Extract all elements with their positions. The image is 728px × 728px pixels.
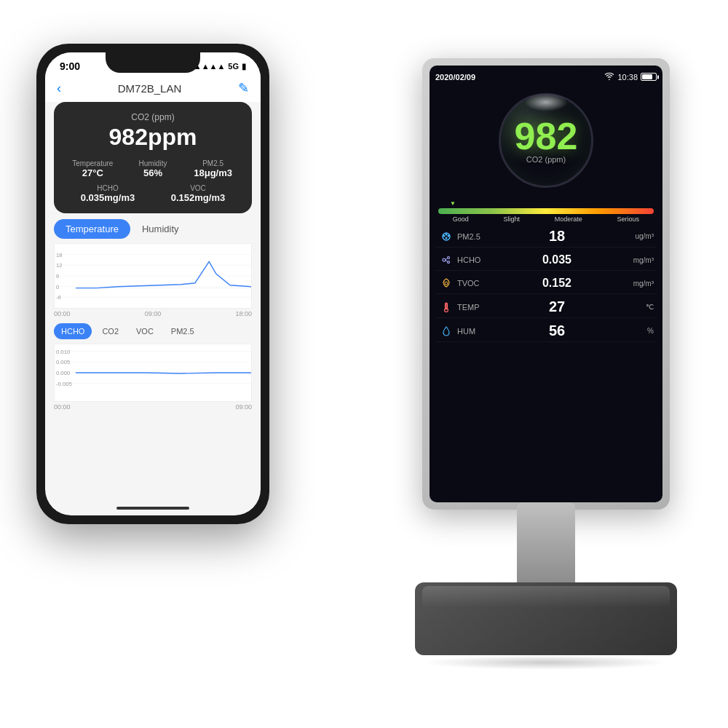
quality-serious: Serious bbox=[617, 215, 640, 223]
svg-text:-6: -6 bbox=[56, 294, 61, 301]
back-button[interactable]: ‹ bbox=[57, 81, 61, 96]
chart2-label-1: 09:00 bbox=[235, 403, 252, 411]
hcho-metric: HCHO 0.035mg/m3 bbox=[66, 184, 150, 203]
stand-neck bbox=[517, 502, 575, 590]
svg-point-21 bbox=[446, 233, 448, 235]
pm25-label: PM2.5 bbox=[186, 159, 240, 167]
chart-2: 0.010 0.005 0.000 -0.005 bbox=[54, 344, 252, 402]
chart-1: 18 12 6 0 -6 bbox=[54, 243, 252, 309]
stand-base-shine bbox=[422, 586, 670, 608]
device-body: 2020/02/09 10:38 bbox=[422, 58, 670, 510]
quality-good: Good bbox=[453, 215, 469, 223]
svg-text:0.005: 0.005 bbox=[56, 359, 70, 365]
tab-co2[interactable]: CO2 bbox=[95, 323, 126, 339]
sensor-metrics-row1: Temperature 27°C Humidity 56% PM2.5 18μg… bbox=[66, 159, 240, 178]
voc-value: 0.152mg/m3 bbox=[156, 192, 240, 203]
hum-name: HUM bbox=[457, 327, 489, 336]
hum-display-value: 56 bbox=[489, 323, 625, 339]
sensor-metrics-row2: HCHO 0.035mg/m3 VOC 0.152mg/m3 bbox=[66, 184, 240, 203]
hcho-name: HCHO bbox=[457, 256, 489, 264]
quality-arrow-icon: ▼ bbox=[435, 200, 657, 207]
humidity-metric: Humidity 56% bbox=[126, 159, 181, 178]
hcho-value: 0.035mg/m3 bbox=[66, 192, 150, 203]
tab-temperature[interactable]: Temperature bbox=[54, 219, 130, 239]
co2-reading-label: CO2 (ppm) bbox=[526, 155, 566, 164]
phone: 9:00 ▲▲▲▲ 5G ▮ ‹ DM72B_LAN ✎ CO2 (ppm) bbox=[36, 44, 269, 524]
svg-point-31 bbox=[445, 308, 448, 312]
device-shadow bbox=[422, 655, 670, 670]
co2-label: CO2 (ppm) bbox=[66, 112, 240, 122]
chart-tabs-1: Temperature Humidity bbox=[54, 219, 252, 239]
pm25-value: 18μg/m3 bbox=[186, 167, 240, 178]
voc-metric: VOC 0.152mg/m3 bbox=[156, 184, 240, 203]
svg-point-25 bbox=[448, 257, 450, 259]
quality-color-bar bbox=[438, 208, 654, 214]
phone-header: ‹ DM72B_LAN ✎ bbox=[45, 76, 261, 102]
pm25-metric: PM2.5 18μg/m3 bbox=[186, 159, 240, 178]
tvoc-unit: mg/m³ bbox=[625, 280, 654, 288]
hum-icon bbox=[438, 323, 454, 339]
network-label: 5G bbox=[228, 62, 239, 71]
svg-line-28 bbox=[446, 260, 448, 262]
temp-value: 27°C bbox=[66, 167, 120, 178]
temp-reading: TEMP 27 ℃ bbox=[435, 296, 657, 318]
tab-voc[interactable]: VOC bbox=[129, 323, 161, 339]
svg-text:6: 6 bbox=[56, 273, 59, 280]
svg-point-24 bbox=[443, 258, 446, 261]
svg-line-27 bbox=[446, 258, 448, 261]
tvoc-reading: TVOC 0.152 mg/m³ bbox=[435, 273, 657, 294]
svg-point-22 bbox=[448, 234, 450, 237]
device-status-icons: 10:38 bbox=[604, 71, 657, 82]
battery-icon: ▮ bbox=[242, 62, 246, 71]
quality-labels: Good Slight Moderate Serious bbox=[435, 215, 657, 223]
device-battery-icon bbox=[641, 73, 657, 81]
chart2-label-0: 00:00 bbox=[54, 403, 71, 411]
air-quality-device: 2020/02/09 10:38 bbox=[408, 58, 684, 655]
svg-text:12: 12 bbox=[56, 262, 63, 269]
tvoc-display-value: 0.152 bbox=[489, 277, 625, 290]
humidity-value: 56% bbox=[126, 167, 181, 178]
home-indicator bbox=[116, 507, 189, 510]
tab-hcho[interactable]: HCHO bbox=[54, 323, 92, 339]
pm25-reading: PM2.5 18 ug/m³ bbox=[435, 226, 657, 248]
phone-bottom-bar bbox=[45, 501, 261, 515]
temp-label: Temperature bbox=[66, 159, 120, 167]
sensor-card: CO2 (ppm) 982ppm Temperature 27°C Humidi… bbox=[54, 102, 252, 213]
quality-moderate: Moderate bbox=[555, 215, 582, 223]
svg-point-23 bbox=[446, 237, 448, 239]
svg-text:0: 0 bbox=[56, 284, 59, 290]
hum-reading: HUM 56 % bbox=[435, 320, 657, 342]
hcho-display-value: 0.035 bbox=[489, 253, 625, 266]
tvoc-name: TVOC bbox=[457, 279, 489, 288]
edit-button[interactable]: ✎ bbox=[238, 80, 249, 96]
svg-text:-0.005: -0.005 bbox=[56, 381, 72, 387]
chart-1-labels: 00:00 09:00 18:00 bbox=[45, 309, 261, 319]
tab-humidity[interactable]: Humidity bbox=[130, 219, 191, 239]
chart1-label-2: 18:00 bbox=[235, 310, 252, 317]
chart-2-labels: 00:00 09:00 bbox=[45, 402, 261, 412]
svg-text:18: 18 bbox=[56, 252, 63, 258]
co2-glow bbox=[524, 93, 568, 111]
phone-notch bbox=[106, 52, 200, 73]
pm25-display-value: 18 bbox=[489, 228, 625, 245]
temp-icon bbox=[438, 299, 454, 315]
co2-display: 982 CO2 (ppm) bbox=[435, 90, 657, 191]
hcho-reading: HCHO 0.035 mg/m³ bbox=[435, 250, 657, 271]
voc-label: VOC bbox=[156, 184, 240, 192]
quality-slight: Slight bbox=[504, 215, 521, 223]
pm25-unit: ug/m³ bbox=[625, 232, 654, 240]
hum-unit: % bbox=[625, 327, 654, 335]
temp-display-value: 27 bbox=[489, 298, 625, 315]
svg-text:0.010: 0.010 bbox=[56, 349, 70, 355]
hcho-label: HCHO bbox=[66, 184, 150, 192]
svg-point-20 bbox=[443, 234, 446, 237]
status-time: 9:00 bbox=[60, 60, 80, 72]
temp-unit: ℃ bbox=[625, 303, 654, 311]
tab-pm25[interactable]: PM2.5 bbox=[164, 323, 202, 339]
chart1-label-0: 00:00 bbox=[54, 310, 71, 317]
device-status-bar: 2020/02/09 10:38 bbox=[435, 71, 657, 82]
svg-point-26 bbox=[448, 261, 450, 264]
device-date: 2020/02/09 bbox=[435, 73, 475, 82]
device-wifi-icon bbox=[604, 71, 614, 82]
chart1-label-1: 09:00 bbox=[145, 310, 162, 317]
